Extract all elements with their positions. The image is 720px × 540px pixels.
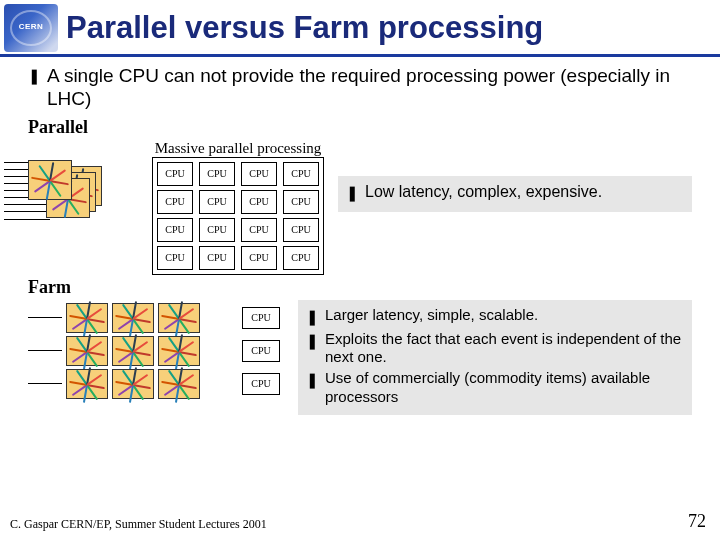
farm-row: CPU bbox=[28, 369, 280, 399]
cpu-cell: CPU bbox=[242, 373, 280, 395]
farm-row: CPU bbox=[28, 336, 280, 366]
tracks-icon bbox=[161, 372, 197, 396]
footer-credit: C. Gaspar CERN/EP, Summer Student Lectur… bbox=[10, 517, 267, 532]
tracks-icon bbox=[69, 372, 105, 396]
cpu-cell: CPU bbox=[283, 218, 319, 242]
event-card bbox=[66, 369, 108, 399]
farm-note-1: Exploits the fact that each event is ind… bbox=[325, 330, 684, 368]
connector-line bbox=[28, 383, 62, 384]
connector-line bbox=[28, 317, 62, 318]
tracks-icon bbox=[31, 163, 69, 197]
connector-line bbox=[28, 350, 62, 351]
event-card bbox=[158, 369, 200, 399]
event-card bbox=[28, 160, 72, 200]
slide-header: CERN Parallel versus Farm processing bbox=[0, 0, 720, 57]
cpu-cell: CPU bbox=[241, 246, 277, 270]
event-card bbox=[158, 336, 200, 366]
cpu-cell: CPU bbox=[157, 162, 193, 186]
parallel-subhead: Massive parallel processing bbox=[152, 140, 324, 157]
event-card bbox=[112, 336, 154, 366]
cpu-cell: CPU bbox=[241, 190, 277, 214]
bullet-icon: ❚ bbox=[28, 65, 41, 87]
cpu-cell: CPU bbox=[242, 340, 280, 362]
cpu-cell: CPU bbox=[157, 218, 193, 242]
cpu-cell: CPU bbox=[241, 162, 277, 186]
lead-text: A single CPU can not provide the require… bbox=[47, 65, 692, 111]
cpu-cell: CPU bbox=[283, 162, 319, 186]
farm-row: CPU bbox=[28, 303, 280, 333]
farm-note-box: ❚Larger latency, simple, scalable. ❚Expl… bbox=[298, 300, 692, 415]
parallel-label: Parallel bbox=[28, 117, 692, 138]
tracks-icon bbox=[115, 306, 151, 330]
farm-diagram: CPU CPU CPU bbox=[28, 300, 280, 402]
event-card bbox=[66, 303, 108, 333]
cpu-cell: CPU bbox=[199, 190, 235, 214]
tracks-icon bbox=[115, 372, 151, 396]
slide-title: Parallel versus Farm processing bbox=[66, 10, 712, 46]
event-card bbox=[158, 303, 200, 333]
cpu-grid: CPU CPU CPU CPU CPU CPU CPU CPU CPU CPU … bbox=[152, 157, 324, 275]
stacked-events-diagram bbox=[28, 160, 138, 270]
bullet-icon: ❚ bbox=[306, 369, 319, 391]
event-card bbox=[112, 303, 154, 333]
tracks-icon bbox=[161, 339, 197, 363]
tracks-icon bbox=[69, 339, 105, 363]
cpu-cell: CPU bbox=[157, 190, 193, 214]
bullet-icon: ❚ bbox=[306, 306, 319, 328]
bullet-icon: ❚ bbox=[346, 182, 359, 204]
tracks-icon bbox=[115, 339, 151, 363]
slide-body: ❚ A single CPU can not provide the requi… bbox=[0, 57, 720, 415]
lead-bullet: ❚ A single CPU can not provide the requi… bbox=[28, 65, 692, 111]
farm-note-2: Use of commercially (commodity items) av… bbox=[325, 369, 684, 407]
parallel-note-box: ❚ Low latency, complex, expensive. bbox=[338, 176, 692, 212]
tracks-icon bbox=[69, 306, 105, 330]
cpu-cell: CPU bbox=[199, 162, 235, 186]
parallel-section: Massive parallel processing CPU CPU CPU … bbox=[28, 140, 692, 275]
slide-footer: C. Gaspar CERN/EP, Summer Student Lectur… bbox=[10, 511, 706, 532]
cpu-cell: CPU bbox=[283, 190, 319, 214]
logo-text: CERN bbox=[4, 22, 58, 31]
cpu-cell: CPU bbox=[241, 218, 277, 242]
farm-note-0: Larger latency, simple, scalable. bbox=[325, 306, 538, 325]
cpu-cell: CPU bbox=[199, 218, 235, 242]
bullet-icon: ❚ bbox=[306, 330, 319, 352]
page-number: 72 bbox=[688, 511, 706, 532]
farm-section: CPU CPU CPU ❚Larger latency, simple, sca… bbox=[28, 300, 692, 415]
cpu-cell: CPU bbox=[283, 246, 319, 270]
event-card bbox=[66, 336, 108, 366]
cpu-cell: CPU bbox=[157, 246, 193, 270]
cpu-cell: CPU bbox=[242, 307, 280, 329]
cern-logo-icon: CERN bbox=[4, 4, 58, 52]
farm-label: Farm bbox=[28, 277, 692, 298]
event-card bbox=[112, 369, 154, 399]
cpu-block: Massive parallel processing CPU CPU CPU … bbox=[152, 140, 324, 275]
cpu-cell: CPU bbox=[199, 246, 235, 270]
tracks-icon bbox=[161, 306, 197, 330]
parallel-note: Low latency, complex, expensive. bbox=[365, 182, 602, 202]
